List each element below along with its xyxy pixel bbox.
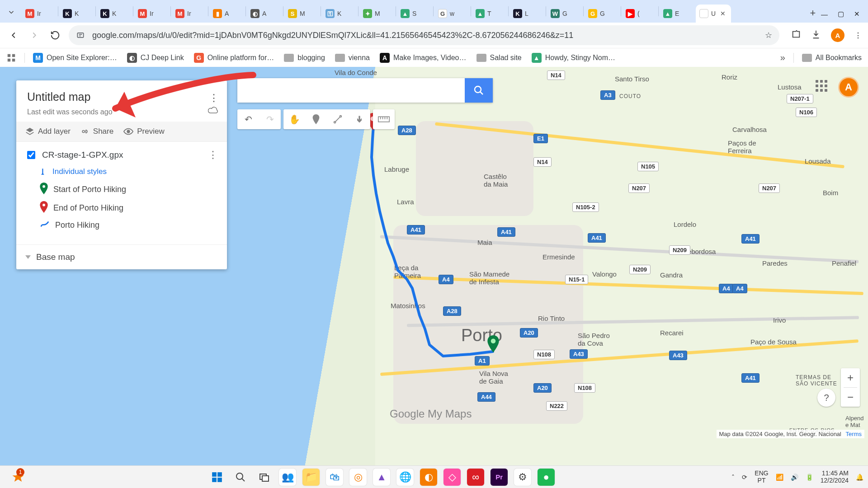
- site-info-icon[interactable]: [76, 30, 86, 40]
- downloads-icon[interactable]: [811, 29, 821, 41]
- browser-tab[interactable]: Gw: [434, 5, 470, 23]
- zoom-in-button[interactable]: +: [841, 368, 860, 387]
- bookmark-item[interactable]: ◐CJ Deep Link: [127, 53, 184, 63]
- map-search-box: [237, 78, 493, 103]
- terms-link[interactable]: Terms: [846, 431, 862, 437]
- preview-button[interactable]: Preview: [123, 127, 164, 136]
- taskbar-spotify[interactable]: ●: [538, 469, 555, 486]
- directions-tool[interactable]: [349, 109, 370, 129]
- extensions-icon[interactable]: [791, 29, 801, 41]
- taskbar-chrome[interactable]: 🌐: [396, 469, 414, 486]
- browser-tab[interactable]: ✦M: [359, 5, 395, 23]
- browser-tab[interactable]: KK: [97, 5, 132, 23]
- minimize-button[interactable]: ―: [821, 10, 828, 18]
- taskbar-clock[interactable]: 11:45 AM12/2/2024: [821, 470, 849, 484]
- task-view[interactable]: [255, 469, 273, 486]
- start-button[interactable]: [208, 469, 226, 486]
- all-bookmarks[interactable]: All Bookmarks: [802, 54, 862, 62]
- taskbar-notification-icon[interactable]: 1: [5, 468, 32, 486]
- google-apps-icon[interactable]: [816, 80, 830, 94]
- help-button[interactable]: ?: [817, 389, 835, 407]
- start-marker[interactable]: [487, 335, 499, 352]
- apps-shortcut[interactable]: [6, 53, 16, 63]
- taskbar-store[interactable]: 🛍: [326, 469, 343, 486]
- layer-name[interactable]: CR-stage-1-GPX.gpx: [42, 150, 123, 160]
- individual-styles-link[interactable]: Individual styles: [40, 167, 218, 176]
- taskbar-explorer[interactable]: 📁: [302, 469, 320, 486]
- address-bar[interactable]: google.com/maps/d/u/0/edit?mid=1jDAbnV0M…: [69, 25, 779, 45]
- add-layer-button[interactable]: Add layer: [25, 127, 71, 136]
- browser-tab[interactable]: ▲S: [397, 5, 432, 23]
- map-search-input[interactable]: [237, 78, 465, 103]
- undo-button[interactable]: ↶: [237, 109, 259, 129]
- tray-chevron-icon[interactable]: ˄: [731, 474, 735, 481]
- draw-line-tool[interactable]: [327, 109, 349, 129]
- add-marker-tool[interactable]: [305, 109, 327, 129]
- bookmark-item[interactable]: MOpen Site Explorer:…: [33, 53, 117, 63]
- taskbar-app-orange2[interactable]: ◐: [420, 469, 437, 486]
- browser-tab[interactable]: KK: [59, 5, 94, 23]
- pan-tool[interactable]: ✋: [283, 109, 305, 129]
- close-window-button[interactable]: ✕: [854, 10, 860, 18]
- taskbar-search[interactable]: [232, 469, 249, 486]
- bookmark-item[interactable]: vienna: [335, 54, 370, 62]
- tabs-dropdown-button[interactable]: [4, 5, 19, 20]
- map-search-button[interactable]: [465, 78, 493, 103]
- layer-menu-icon[interactable]: ⋮: [208, 149, 218, 161]
- browser-tab[interactable]: MIr: [22, 5, 57, 23]
- chrome-menu-icon[interactable]: ⋮: [854, 31, 862, 40]
- forward-button[interactable]: [27, 28, 42, 42]
- bookmark-item[interactable]: AMake Images, Video…: [380, 53, 467, 63]
- map-title[interactable]: Untitled map: [27, 90, 216, 103]
- maximize-button[interactable]: ▢: [838, 10, 844, 18]
- zoom-out-button[interactable]: −: [841, 388, 860, 407]
- browser-tab[interactable]: GG: [585, 5, 620, 23]
- taskbar-app-pink[interactable]: ◇: [443, 469, 461, 486]
- bookmark-star-icon[interactable]: ☆: [765, 30, 772, 40]
- wifi-icon[interactable]: 📶: [776, 474, 783, 481]
- taskbar-premiere[interactable]: Pr: [491, 469, 508, 486]
- notifications-icon[interactable]: 🔔: [856, 474, 863, 481]
- bookmark-item[interactable]: ▲Howdy, Stingy Nom…: [532, 53, 615, 63]
- new-tab-button[interactable]: +: [805, 5, 821, 21]
- taskbar-app-purple[interactable]: ▲: [373, 469, 390, 486]
- share-button[interactable]: Share: [80, 127, 113, 136]
- measure-tool[interactable]: [373, 109, 395, 129]
- reload-button[interactable]: [48, 28, 62, 42]
- bookmark-item[interactable]: GOnline platform for…: [194, 53, 274, 63]
- browser-tab[interactable]: MIr: [134, 5, 170, 23]
- language-switcher[interactable]: ENGPT: [755, 470, 768, 484]
- back-button[interactable]: [6, 28, 21, 42]
- browser-tab[interactable]: MIr: [172, 5, 207, 23]
- browser-tab[interactable]: ▲T: [472, 5, 507, 23]
- taskbar-app-orange[interactable]: ◎: [349, 469, 367, 486]
- redo-button[interactable]: ↷: [259, 109, 281, 129]
- browser-tab[interactable]: WG: [547, 5, 582, 23]
- volume-icon[interactable]: 🔊: [791, 474, 798, 481]
- basemap-row[interactable]: Base map: [16, 244, 227, 269]
- browser-tab[interactable]: KL: [509, 5, 545, 23]
- panel-menu-icon[interactable]: ⋮: [209, 92, 219, 104]
- google-account-avatar[interactable]: A: [838, 77, 859, 98]
- browser-tab[interactable]: ▲E: [660, 5, 695, 23]
- browser-tab[interactable]: U✕: [696, 5, 731, 23]
- layer-visibility-checkbox[interactable]: [27, 151, 35, 159]
- taskbar-creative-cloud[interactable]: ∞: [467, 469, 484, 486]
- browser-tab[interactable]: ⚿K: [322, 5, 357, 23]
- tray-onedrive-icon[interactable]: ⟳: [742, 474, 747, 481]
- bookmarks-overflow[interactable]: »: [780, 52, 785, 63]
- browser-tab[interactable]: ▶(: [622, 5, 657, 23]
- profile-avatar[interactable]: A: [831, 28, 844, 42]
- bookmark-item[interactable]: Salad site: [476, 54, 522, 62]
- layer-item[interactable]: End of Porto Hiking: [40, 201, 218, 215]
- taskbar-teams[interactable]: 👥: [279, 469, 296, 486]
- browser-tab[interactable]: SM: [284, 5, 320, 23]
- battery-icon[interactable]: 🔋: [806, 474, 813, 481]
- taskbar-settings[interactable]: ⚙: [514, 469, 531, 486]
- bookmark-item[interactable]: blogging: [284, 54, 325, 62]
- layer-item[interactable]: Porto Hiking: [40, 220, 218, 231]
- browser-tab[interactable]: ▮A: [209, 5, 245, 23]
- browser-tab[interactable]: ◐A: [247, 5, 282, 23]
- close-tab-icon[interactable]: ✕: [720, 10, 726, 17]
- layer-item[interactable]: Start of Porto Hiking: [40, 183, 218, 197]
